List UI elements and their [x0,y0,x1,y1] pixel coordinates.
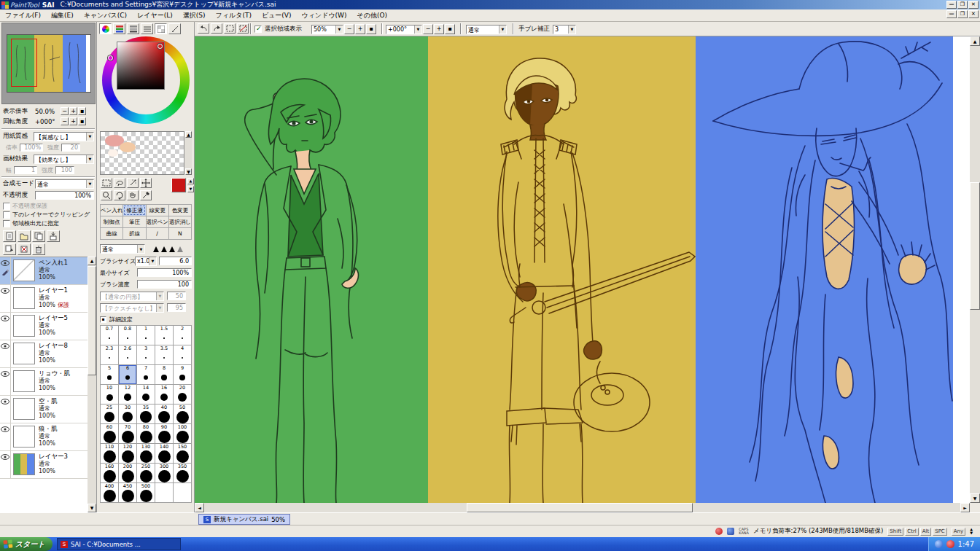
duplicate-layer-button[interactable] [32,230,45,242]
canvas-rotate-reset-button[interactable]: ▪ [445,24,455,34]
brush-size-cell[interactable]: 60 [101,424,118,443]
brush-size-cell[interactable]: 1.5 [155,326,173,345]
menu-item[interactable]: 編集(E) [46,9,79,22]
start-button[interactable]: スタート [0,537,52,551]
brush-size-cell[interactable]: 3 [137,345,155,364]
lock-opacity-checkbox[interactable] [3,203,10,210]
tool-cell[interactable]: ペン入れ [101,205,122,216]
magic-wand-tool[interactable] [127,178,139,188]
brush-size-cell[interactable]: 120 [119,444,136,463]
effect-strength-value[interactable]: 100 [55,166,74,174]
color-mixer-tab-icon[interactable] [141,23,153,34]
new-layer-button[interactable] [3,230,16,242]
layer-row[interactable]: レイヤー1通常100%保護 [0,285,96,313]
rotate-cw-button[interactable]: + [69,117,77,125]
brush-size-cell[interactable]: 25 [101,405,118,423]
layer-row[interactable]: 空・肌通常100% [0,396,96,423]
eyedropper-tool[interactable] [140,190,152,200]
paper-strength-value[interactable]: 20 [61,144,80,152]
brush-size-cell[interactable]: 6 [119,365,136,384]
menu-item[interactable]: ファイル(F) [0,9,46,22]
eye-icon[interactable] [1,288,9,294]
tool-cell[interactable]: 修正液 [123,205,145,216]
layer-thumbnail[interactable] [13,398,35,420]
eye-icon[interactable] [1,454,9,460]
brush-size-cell[interactable]: 30 [119,405,136,423]
menu-item[interactable]: 選択(S) [178,9,211,22]
brush-size-cell[interactable]: 200 [119,464,136,482]
tool-cell[interactable]: 色変更 [169,205,191,216]
brush-size-cell[interactable]: 14 [137,385,155,404]
canvas-strip-yellow[interactable] [428,36,696,503]
new-layer-set-button[interactable] [18,230,31,242]
deselect-button[interactable] [224,23,236,34]
minimize-button[interactable]: — [946,1,957,9]
menu-item[interactable]: フィルタ(T) [211,9,257,22]
redo-button[interactable] [211,23,222,34]
layer-thumbnail[interactable] [13,370,35,392]
scroll-left-icon[interactable]: ◄ [195,503,204,512]
canvas-zoom-reset-button[interactable]: ▪ [366,24,376,34]
layer-row[interactable]: 狼・肌通常100% [0,423,96,451]
tray-volume-icon[interactable] [935,540,943,548]
brush-blend-select[interactable]: 通常▼ [100,244,145,254]
brush-size-cell[interactable]: 90 [155,424,173,443]
brush-size-value[interactable]: 6.0 [159,257,192,265]
rgb-slider-tab-icon[interactable] [113,23,125,34]
zoom-reset-button[interactable]: ▪ [78,107,86,115]
scratchpad-scrollbar[interactable]: ▲ ▼ [185,131,192,175]
brush-size-cell[interactable]: 350 [174,464,191,482]
brush-size-cell[interactable]: 1 [137,326,155,345]
brush-size-cell[interactable]: 20 [174,385,191,404]
brush-size-cell[interactable]: 12 [119,385,136,404]
layer-list-scrollbar[interactable]: ▲ ▼ [88,257,96,512]
brush-size-unit[interactable]: x1.0▼ [135,257,157,266]
brush-size-cell[interactable]: 2.6 [119,345,136,364]
horizontal-scrollbar[interactable]: ◄ ► [195,503,970,512]
rotate-tool[interactable] [114,190,125,200]
doc-restore-button[interactable]: ❐ [957,10,968,18]
canvas-rotate-cw-button[interactable]: + [434,24,444,34]
material-effect-select[interactable]: 【効果なし】▼ [34,155,94,164]
scroll-down-icon[interactable]: ▼ [88,504,96,512]
zoom-out-button[interactable]: − [61,107,69,115]
tool-cell[interactable]: 折線 [123,228,145,239]
tool-cell[interactable]: 選択消し [169,216,191,227]
tool-cell[interactable]: 曲線 [101,228,122,239]
opacity-slider[interactable]: 100% [35,191,94,200]
navigator-view[interactable] [1,23,96,104]
menu-item[interactable]: ウィンドウ(W) [297,9,352,22]
canvas-zoom-in-button[interactable]: + [355,24,365,34]
navigator-thumbnail[interactable] [7,35,90,92]
maximize-button[interactable]: ❐ [957,1,968,9]
menu-item[interactable]: レイヤー(L) [132,9,178,22]
saturation-value-square[interactable] [117,42,165,90]
canvas-zoom-out-button[interactable]: − [344,24,354,34]
color-down-icon[interactable]: ▼ [187,186,194,192]
menu-item[interactable]: ビュー(V) [257,9,297,22]
canvas-strip-white[interactable] [953,36,970,503]
layer-row[interactable]: リョウ・肌通常100% [0,368,96,396]
brush-size-cell[interactable]: 300 [155,464,173,482]
canvas-strip-green[interactable] [195,36,428,503]
brush-size-cell[interactable]: 250 [137,464,155,482]
eye-icon[interactable] [1,399,9,405]
brush-density-slider[interactable]: 100 [137,280,192,289]
color-wheel-tab-icon[interactable] [99,23,112,34]
rotate-ccw-button[interactable]: − [61,117,69,125]
brush-size-cell[interactable]: 160 [101,464,118,482]
brush-size-cell[interactable]: 10 [101,385,118,404]
undo-button[interactable] [198,23,209,34]
brush-size-cell[interactable]: 0.7 [101,326,118,345]
layer-row[interactable]: レイヤー8通常100% [0,340,96,368]
pressure-indicator[interactable]: Any [952,528,965,536]
vertical-scrollbar[interactable]: ▲ ▼ [970,36,980,503]
brush-edge-shape-selector[interactable] [151,246,183,252]
brush-size-cell[interactable]: 80 [137,424,155,443]
brush-size-cell[interactable]: 3.5 [155,345,173,364]
brush-size-cell[interactable]: 8 [155,365,173,384]
paper-scale-value[interactable]: 100% [20,144,43,152]
invert-selection-button[interactable] [237,23,249,34]
scroll-down-icon[interactable]: ▼ [970,493,980,503]
stabilizer-select[interactable]: 3▼ [553,25,576,34]
